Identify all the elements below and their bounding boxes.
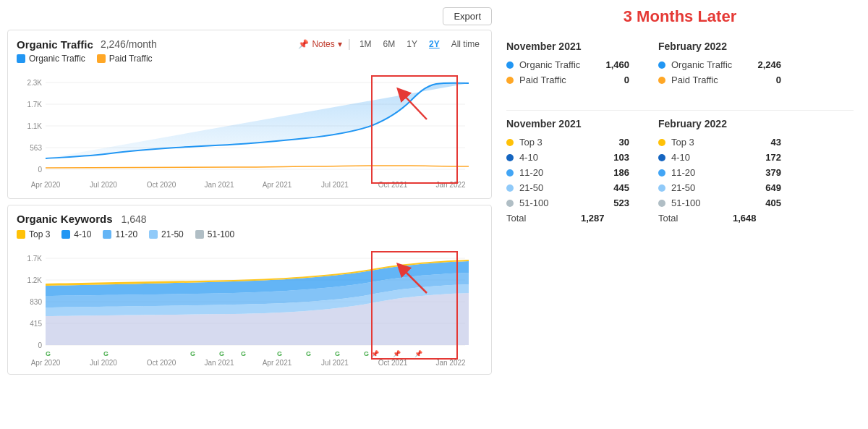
svg-text:Oct 2020: Oct 2020 <box>147 181 176 189</box>
kw-nov-51-100: 51-100 523 <box>506 197 629 208</box>
keywords-chart-svg: 1.7K 1.2K 830 415 0 <box>17 244 472 367</box>
traffic-feb-paid-value: 0 <box>776 75 781 85</box>
main-container: Export Organic Traffic 2,246/month 📌 Not… <box>0 0 868 429</box>
traffic-toolbar: 📌 Notes ▾ | 1M 6M 1Y 2Y All time <box>298 38 482 51</box>
svg-text:1.7K: 1.7K <box>27 101 42 109</box>
note-icon: 📌 <box>298 39 309 49</box>
svg-text:Jul 2021: Jul 2021 <box>321 359 349 367</box>
svg-text:0: 0 <box>38 166 42 174</box>
traffic-nov2021-col: November 2021 Organic Traffic 1,460 Paid… <box>506 41 629 90</box>
kw-nov-21-50: 21-50 445 <box>506 182 629 193</box>
svg-text:G: G <box>46 350 51 357</box>
kw-feb-21-50: 21-50 649 <box>658 182 781 193</box>
kw-feb-4-10-dot <box>658 154 665 161</box>
kw-feb-top3-value: 43 <box>771 137 781 148</box>
svg-text:G: G <box>306 350 311 357</box>
svg-text:G: G <box>219 350 224 357</box>
svg-text:Oct 2020: Oct 2020 <box>147 359 176 367</box>
export-button[interactable]: Export <box>443 7 492 25</box>
traffic-feb-paid: Paid Traffic 0 <box>658 75 781 85</box>
organic-keywords-section: Organic Keywords 1,648 Top 3 4-10 11-20 <box>7 205 492 375</box>
kw-feb-top3-dot <box>658 139 665 146</box>
time-alltime[interactable]: All time <box>448 38 482 51</box>
svg-text:1.7K: 1.7K <box>27 255 42 263</box>
kw-nov-51-100-value: 523 <box>613 197 629 208</box>
keywords-chart-title: Organic Keywords <box>17 213 113 225</box>
traffic-nov-paid-dot <box>506 77 514 84</box>
kw-feb-4-10: 4-10 172 <box>658 152 781 163</box>
svg-text:2.3K: 2.3K <box>27 79 42 87</box>
paid-legend-dot <box>97 54 106 63</box>
kw-feb-total-label: Total <box>658 213 733 224</box>
keywords-nov-period: November 2021 <box>506 118 629 129</box>
kw-feb-4-10-label: 4-10 <box>671 152 740 163</box>
11-20-dot <box>103 230 111 239</box>
traffic-feb-organic-dot <box>658 61 665 69</box>
kw-nov-51-100-label: 51-100 <box>519 197 588 208</box>
time-2y[interactable]: 2Y <box>426 38 443 51</box>
svg-text:G: G <box>277 350 282 357</box>
21-50-dot <box>149 230 158 239</box>
traffic-chart-svg: 2.3K 1.7K 1.1K 563 0 <box>17 68 472 191</box>
kw-nov-top3-dot <box>506 139 514 146</box>
51-100-dot <box>195 230 204 239</box>
svg-text:Oct 2021: Oct 2021 <box>378 181 408 189</box>
svg-text:415: 415 <box>30 320 42 328</box>
21-50-label: 21-50 <box>161 229 184 239</box>
traffic-feb-organic: Organic Traffic 2,246 <box>658 59 781 70</box>
kw-feb-21-50-value: 649 <box>765 182 781 193</box>
svg-text:1.2K: 1.2K <box>27 276 42 284</box>
top3-dot <box>17 230 25 239</box>
traffic-chart-value: 2,246/month <box>101 38 157 50</box>
traffic-title-area: Organic Traffic 2,246/month <box>17 38 157 51</box>
traffic-chart-controls: Organic Traffic 2,246/month 📌 Notes ▾ | … <box>17 38 482 51</box>
kw-feb-4-10-value: 172 <box>765 152 781 163</box>
kw-feb-21-50-dot <box>658 184 665 192</box>
keywords-stats-row: November 2021 Top 3 30 4-10 103 11-20 18… <box>506 118 854 224</box>
kw-feb-51-100-dot <box>658 200 665 207</box>
legend-paid: Paid Traffic <box>97 54 153 64</box>
legend-4-10: 4-10 <box>61 229 91 239</box>
time-1m[interactable]: 1M <box>357 38 375 51</box>
kw-nov-total-value: 1,287 <box>581 213 605 224</box>
svg-text:Apr 2021: Apr 2021 <box>263 359 292 367</box>
svg-text:G: G <box>103 350 109 357</box>
export-row: Export <box>7 7 492 25</box>
traffic-nov-organic-value: 1,460 <box>605 59 629 70</box>
paid-legend-label: Paid Traffic <box>109 54 153 64</box>
traffic-nov-paid: Paid Traffic 0 <box>506 75 629 85</box>
kw-feb-total: Total 1,648 <box>658 213 781 224</box>
kw-nov-51-100-dot <box>506 200 514 207</box>
keywords-feb2022-col: February 2022 Top 3 43 4-10 172 11-20 37… <box>658 118 781 224</box>
svg-text:Jan 2022: Jan 2022 <box>435 181 466 189</box>
traffic-feb2022-col: February 2022 Organic Traffic 2,246 Paid… <box>658 41 781 90</box>
legend-organic: Organic Traffic <box>17 54 85 64</box>
time-6m[interactable]: 6M <box>380 38 399 51</box>
keywords-chart-value: 1,648 <box>122 213 147 225</box>
traffic-nov-organic: Organic Traffic 1,460 <box>506 59 629 70</box>
time-1y[interactable]: 1Y <box>404 38 420 51</box>
traffic-feb-organic-label: Organic Traffic <box>671 59 740 70</box>
svg-text:1.1K: 1.1K <box>27 122 42 130</box>
svg-text:Jan 2021: Jan 2021 <box>204 359 234 367</box>
svg-text:G: G <box>241 350 246 357</box>
svg-text:Oct 2021: Oct 2021 <box>378 359 408 367</box>
kw-feb-11-20: 11-20 379 <box>658 167 781 178</box>
kw-nov-11-20-dot <box>506 169 514 177</box>
svg-text:📌: 📌 <box>371 349 380 358</box>
kw-nov-top3: Top 3 30 <box>506 137 629 148</box>
svg-text:G: G <box>364 350 369 357</box>
traffic-feb-paid-dot <box>658 77 665 84</box>
organic-legend-dot <box>17 54 25 63</box>
traffic-feb-paid-label: Paid Traffic <box>671 75 740 85</box>
kw-nov-11-20: 11-20 186 <box>506 167 629 178</box>
svg-text:0: 0 <box>38 341 42 349</box>
svg-text:Apr 2020: Apr 2020 <box>31 359 61 367</box>
legend-21-50: 21-50 <box>149 229 184 239</box>
notes-button[interactable]: 📌 Notes ▾ <box>298 39 341 49</box>
kw-nov-21-50-label: 21-50 <box>519 182 588 193</box>
svg-text:Jul 2020: Jul 2020 <box>90 181 117 189</box>
kw-feb-51-100: 51-100 405 <box>658 197 781 208</box>
kw-feb-top3: Top 3 43 <box>658 137 781 148</box>
traffic-legend: Organic Traffic Paid Traffic <box>17 54 482 64</box>
